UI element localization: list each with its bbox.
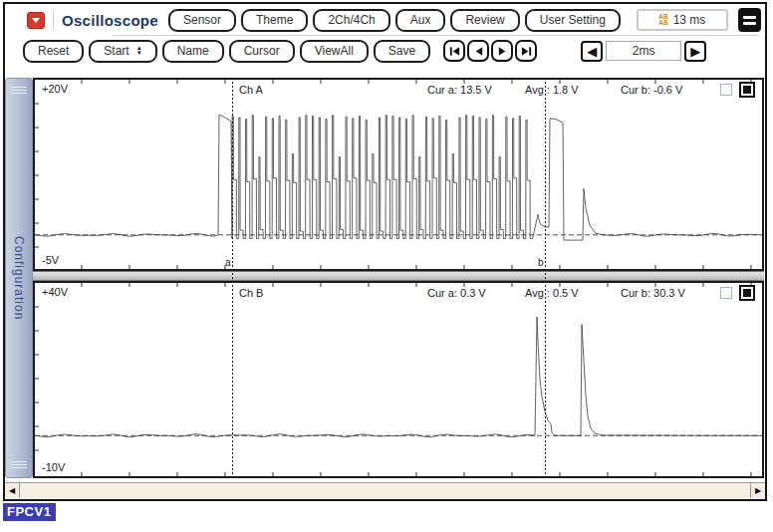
time-display-value: 13 ms: [673, 13, 706, 27]
channel-b-panel: +40V -10V Ch B Cur a: 0.3 V Avg : 0.5 V …: [33, 281, 764, 478]
page-title: Oscilloscope: [62, 12, 158, 29]
channel-b-cursor-b-readout: Cur b: 30.3 V: [621, 287, 685, 299]
review-button[interactable]: Review: [450, 9, 519, 32]
step-back-button[interactable]: [467, 40, 489, 62]
panel-separator[interactable]: [33, 271, 764, 281]
channel-b-avg-readout: Avg : 0.5 V: [525, 287, 579, 299]
toolbar-second: Reset Start ▲ ▼ Name Cursor ViewAll Save: [5, 36, 765, 66]
timebase-display: 2ms: [606, 41, 681, 61]
start-button[interactable]: Start ▲ ▼: [89, 40, 156, 63]
cursor-a-line[interactable]: [232, 78, 233, 478]
cursor-b-line[interactable]: [545, 78, 546, 478]
theme-button[interactable]: Theme: [241, 9, 308, 32]
horizontal-scrollbar: ◀ ▶: [5, 482, 765, 498]
step-forward-icon: [496, 45, 509, 58]
channel-b-checkbox[interactable]: [720, 287, 732, 299]
hamburger-menu-button[interactable]: [738, 8, 761, 32]
viewall-button[interactable]: ViewAll: [300, 40, 369, 63]
divider: [53, 11, 54, 29]
channel-a-waveform: [35, 80, 762, 269]
step-forward-button[interactable]: [491, 40, 513, 62]
skip-start-button[interactable]: [443, 40, 465, 62]
ab-cursors-icon: AB AB: [658, 14, 667, 26]
channel-a-panel: +20V -5V Ch A Cur a: 13.5 V Avg : 1.8 V …: [33, 78, 764, 271]
grip-lines-icon: [11, 87, 27, 95]
reset-button[interactable]: Reset: [23, 40, 84, 63]
main-area: Configuration +20V -5V Ch A Cur a: 13.5 …: [5, 66, 765, 482]
oscilloscope-window: Oscilloscope Sensor Theme 2Ch/4Ch Aux Re…: [3, 2, 767, 501]
time-display: AB AB 13 ms: [637, 9, 728, 31]
channel-b-vmax-label: +40V: [42, 286, 68, 298]
scroll-right-icon: ▶: [755, 486, 761, 495]
scroll-right-button[interactable]: ▶: [751, 483, 765, 498]
channel-a-vmax-label: +20V: [42, 83, 68, 95]
channel-a-display-toggle[interactable]: [739, 82, 755, 98]
step-back-icon: [472, 45, 485, 58]
timebase-right-icon: ▶: [690, 45, 700, 58]
scrollbar-track[interactable]: [20, 483, 750, 498]
channel-b-cursor-a-readout: Cur a: 0.3 V: [427, 287, 486, 299]
name-button[interactable]: Name: [162, 40, 224, 63]
channel-b-vmin-label: -10V: [42, 461, 65, 473]
cursor-button[interactable]: Cursor: [229, 40, 295, 63]
app-menu-button[interactable]: [27, 12, 45, 29]
scroll-left-icon: ◀: [9, 486, 15, 495]
channel-mode-button[interactable]: 2Ch/4Ch: [313, 9, 389, 32]
timebase-left-icon: ◀: [587, 45, 597, 58]
caret-down-icon: [32, 18, 40, 23]
channel-a-vmin-label: -5V: [42, 254, 59, 266]
aux-button[interactable]: Aux: [395, 9, 446, 32]
menu-icon: [743, 16, 756, 19]
channel-a-checkbox[interactable]: [720, 84, 732, 96]
sensor-button[interactable]: Sensor: [168, 9, 236, 32]
skip-start-icon: [448, 45, 461, 58]
channel-b-waveform: [35, 283, 762, 476]
save-button[interactable]: Save: [374, 40, 430, 63]
status-badge: FPCV1: [3, 503, 56, 521]
timebase-increase-button[interactable]: ▶: [684, 41, 706, 62]
channel-a-name: Ch A: [239, 84, 263, 96]
toolbar-top: Oscilloscope Sensor Theme 2Ch/4Ch Aux Re…: [5, 4, 765, 36]
configuration-tab-label: Configuration: [12, 236, 26, 320]
spinner-icon: ▲ ▼: [136, 46, 142, 56]
skip-end-icon: [520, 45, 533, 58]
cursor-a-label: a: [225, 257, 231, 268]
configuration-tab[interactable]: Configuration: [5, 78, 33, 478]
channel-b-display-toggle[interactable]: [739, 285, 755, 301]
menu-icon: [743, 22, 756, 25]
cursor-b-label: b: [538, 257, 544, 268]
channel-a-avg-readout: Avg : 1.8 V: [525, 84, 579, 96]
grip-lines-icon: [11, 461, 27, 469]
playback-controls: [443, 40, 537, 62]
timebase-control: ◀ 2ms ▶: [581, 41, 706, 62]
user-setting-button[interactable]: User Setting: [525, 9, 621, 32]
scroll-left-button[interactable]: ◀: [5, 483, 19, 498]
channel-b-name: Ch B: [239, 287, 263, 299]
plot-stack: +20V -5V Ch A Cur a: 13.5 V Avg : 1.8 V …: [33, 78, 764, 478]
skip-end-button[interactable]: [515, 40, 537, 62]
channel-a-cursor-b-readout: Cur b: -0.6 V: [621, 84, 682, 96]
channel-a-cursor-a-readout: Cur a: 13.5 V: [427, 84, 492, 96]
timebase-decrease-button[interactable]: ◀: [581, 41, 603, 62]
